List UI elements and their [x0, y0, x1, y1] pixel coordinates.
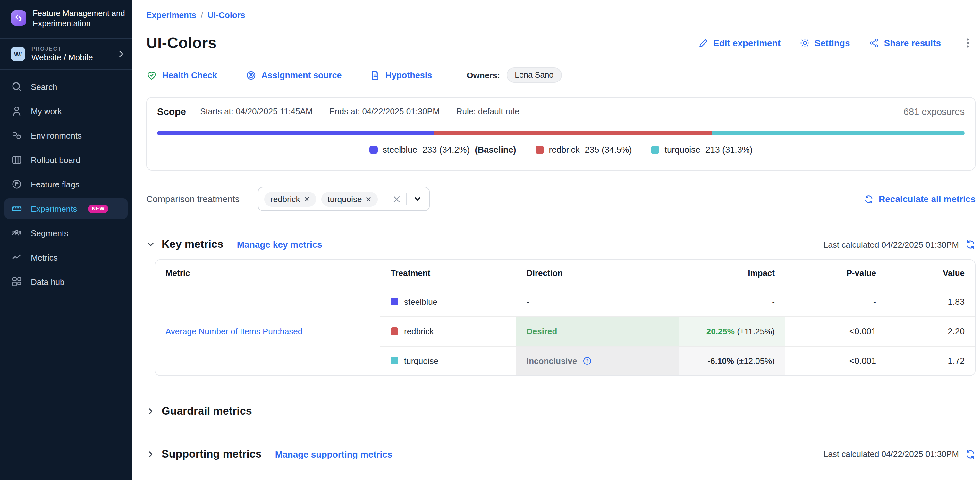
breadcrumb-experiments-link[interactable]: Experiments: [146, 10, 196, 20]
ruler-icon: [11, 203, 22, 214]
select-divider: [406, 193, 406, 205]
manage-supporting-metrics-link[interactable]: Manage supporting metrics: [275, 449, 393, 459]
sidebar-item-label: Data hub: [31, 277, 65, 287]
sidebar-item-experiments[interactable]: Experiments NEW: [5, 198, 127, 219]
col-metric: Metric: [155, 260, 380, 287]
sidebar-item-feature-flags[interactable]: Feature flags: [5, 174, 127, 195]
comparison-treatments-select[interactable]: redbrick turquoise: [258, 187, 430, 211]
value-cell: 2.20: [886, 316, 975, 346]
assignment-source-link[interactable]: Assignment source: [245, 70, 342, 81]
sidebar-item-rollout-board[interactable]: Rollout board: [5, 150, 127, 170]
expand-chevron-right-icon[interactable]: [146, 450, 155, 459]
turquoise-swatch: [651, 146, 660, 154]
sidebar-item-label: Rollout board: [31, 155, 81, 164]
people-group-icon: [11, 227, 22, 239]
quick-links-row: Health Check Assignment source Hypothesi…: [146, 67, 975, 83]
page-actions: Edit experiment Settings Share results: [698, 37, 975, 49]
sidebar-nav: Search My work Environments Rollout boar…: [0, 70, 132, 302]
steelblue-swatch: [369, 146, 377, 154]
p-value-cell: <0.001: [785, 316, 886, 346]
share-results-button[interactable]: Share results: [869, 38, 941, 48]
comparison-treatments-label: Comparison treatments: [146, 194, 240, 204]
scope-ends-at: Ends at: 04/22/2025 01:30PM: [329, 107, 440, 116]
project-overline: PROJECT: [32, 46, 110, 52]
health-check-link[interactable]: Health Check: [146, 70, 217, 81]
exposures-count: 681 exposures: [904, 106, 965, 116]
flag-circle-icon: [11, 179, 22, 190]
hypothesis-link[interactable]: Hypothesis: [370, 70, 432, 81]
col-treatment: Treatment: [380, 260, 516, 287]
sidebar-item-data-hub[interactable]: Data hub: [5, 271, 127, 292]
breadcrumb: Experiments / UI-Colors: [146, 10, 975, 20]
sidebar-item-search[interactable]: Search: [5, 77, 127, 97]
more-options-kebab-icon[interactable]: [960, 37, 975, 49]
document-icon: [370, 70, 380, 81]
sidebar-item-environments[interactable]: Environments: [5, 125, 127, 146]
owners-group: Owners: Lena Sano: [466, 67, 562, 83]
section-divider: [146, 430, 975, 431]
col-value: Value: [886, 260, 975, 287]
sidebar-item-segments[interactable]: Segments: [5, 223, 127, 243]
project-switcher[interactable]: W/ PROJECT Website / Mobile: [0, 38, 132, 69]
bar-segment-steelblue: [157, 131, 433, 136]
manage-key-metrics-link[interactable]: Manage key metrics: [237, 239, 322, 250]
scope-starts-at: Starts at: 04/20/2025 11:45AM: [200, 107, 313, 116]
table-row: Average Number of Items Purchased steelb…: [155, 287, 975, 316]
refresh-icon[interactable]: [965, 449, 975, 459]
col-direction: Direction: [516, 260, 679, 287]
owner-chip[interactable]: Lena Sano: [506, 67, 562, 83]
comparison-row: Comparison treatments redbrick turquoise: [146, 187, 975, 211]
refresh-icon[interactable]: [965, 239, 975, 250]
key-metrics-table: Metric Treatment Direction Impact P-valu…: [155, 260, 975, 375]
metric-name-link[interactable]: Average Number of Items Purchased: [165, 326, 302, 336]
impact-cell: -: [679, 287, 785, 316]
sidebar-item-label: Metrics: [31, 252, 58, 262]
app-window: Feature Management and Experimentation W…: [0, 0, 980, 480]
table-header-row: Metric Treatment Direction Impact P-valu…: [155, 260, 975, 287]
turquoise-swatch: [391, 357, 398, 365]
gear-icon: [800, 38, 810, 48]
p-value-cell: <0.001: [785, 346, 886, 375]
value-cell: 1.83: [886, 287, 975, 316]
page-title: UI-Colors: [146, 34, 217, 52]
remove-chip-icon[interactable]: [366, 196, 372, 202]
pencil-icon: [698, 38, 709, 48]
sidebar-item-my-work[interactable]: My work: [5, 101, 127, 121]
user-icon: [11, 105, 22, 117]
settings-button[interactable]: Settings: [800, 38, 850, 48]
edit-experiment-button[interactable]: Edit experiment: [698, 38, 781, 48]
bar-segment-redbrick: [433, 131, 712, 136]
search-icon: [11, 81, 22, 92]
grid-icon: [11, 276, 22, 287]
supporting-metrics-title: Supporting metrics: [162, 448, 262, 461]
collapse-chevron-down-icon[interactable]: [146, 240, 155, 249]
clear-selection-icon[interactable]: [392, 195, 401, 203]
sidebar-item-label: Experiments: [31, 204, 77, 214]
refresh-icon: [864, 194, 873, 204]
expand-chevron-right-icon[interactable]: [146, 407, 155, 416]
line-chart-icon: [11, 252, 22, 263]
sidebar-item-label: Search: [31, 82, 57, 91]
main-content: Experiments / UI-Colors UI-Colors Edit e…: [132, 0, 980, 480]
direction-cell: -: [516, 287, 679, 316]
sidebar-item-label: Segments: [31, 228, 68, 238]
exposure-distribution-bar: [157, 131, 965, 136]
legend-item-steelblue: steelblue 233 (34.2%) (Baseline): [369, 145, 516, 155]
scope-card: Scope Starts at: 04/20/2025 11:45AM Ends…: [146, 97, 975, 171]
chevron-right-icon: [117, 49, 126, 58]
key-metrics-table-card: Metric Treatment Direction Impact P-valu…: [154, 259, 975, 376]
remove-chip-icon[interactable]: [304, 196, 310, 202]
key-metrics-header: Key metrics Manage key metrics Last calc…: [146, 238, 975, 251]
breadcrumb-current-link[interactable]: UI-Colors: [207, 10, 245, 20]
product-name: Feature Management and Experimentation: [33, 9, 126, 29]
chevron-down-icon[interactable]: [411, 195, 423, 203]
product-logo-row[interactable]: Feature Management and Experimentation: [0, 0, 132, 38]
help-question-icon[interactable]: ?: [582, 356, 592, 365]
key-metrics-title: Key metrics: [162, 238, 224, 251]
recalculate-all-metrics-button[interactable]: Recalculate all metrics: [864, 194, 975, 204]
sidebar-item-metrics[interactable]: Metrics: [5, 247, 127, 268]
sidebar-item-label: My work: [31, 106, 62, 116]
key-metrics-last-calculated: Last calculated 04/22/2025 01:30PM: [824, 239, 975, 250]
chip-redbrick: redbrick: [264, 191, 316, 206]
target-icon: [245, 70, 256, 81]
